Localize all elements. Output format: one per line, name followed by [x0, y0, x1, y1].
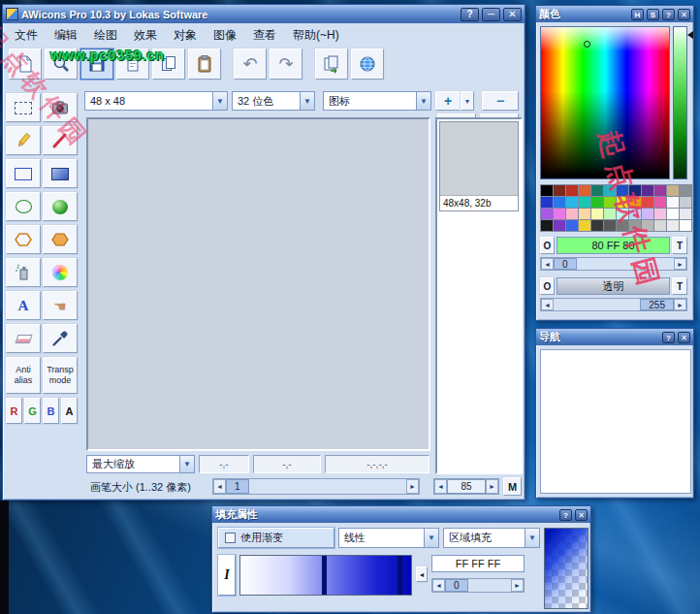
brush-size-value[interactable]: 1: [226, 479, 249, 494]
color-panel-titlebar[interactable]: 颜色 H S ? ✕: [536, 6, 693, 22]
palette-swatch[interactable]: [653, 219, 667, 232]
background-transparent-button[interactable]: T: [672, 277, 687, 295]
gradient-editor[interactable]: [239, 555, 412, 596]
use-gradient-checkbox[interactable]: [225, 533, 236, 543]
gradient-stop-marker[interactable]: [322, 556, 327, 595]
previous-stop-button[interactable]: ◄: [416, 566, 428, 582]
background-alpha-slider[interactable]: ◄ 255 ►: [540, 298, 687, 311]
remove-image-button[interactable]: −: [482, 91, 519, 111]
image-list-item-selected[interactable]: 48x48, 32b: [439, 121, 519, 211]
ellipse-filled-tool[interactable]: [43, 192, 78, 221]
invert-gradient-button[interactable]: I: [218, 555, 236, 596]
spray-tool[interactable]: [6, 258, 41, 287]
channel-alpha-toggle[interactable]: A: [61, 398, 78, 424]
tolerance-spinner[interactable]: ◄ 85 ►: [433, 478, 499, 495]
polygon-filled-tool[interactable]: [43, 225, 78, 254]
rectangle-filled-tool[interactable]: [43, 159, 78, 188]
stop-alpha-slider[interactable]: ◄ 0 ►: [431, 578, 525, 593]
left-arrow-icon[interactable]: ◄: [541, 258, 554, 270]
right-arrow-icon[interactable]: ►: [674, 299, 686, 310]
palette-swatch[interactable]: [565, 219, 579, 232]
m-button[interactable]: M: [503, 477, 522, 496]
image-list[interactable]: 48x48, 32b: [435, 117, 523, 474]
add-image-dropdown[interactable]: ▼: [461, 91, 474, 111]
palette-swatch[interactable]: [679, 219, 692, 232]
fill-dialog-help-button[interactable]: ?: [559, 509, 572, 521]
undo-button[interactable]: ↶: [234, 48, 267, 80]
minimize-button[interactable]: ─: [482, 8, 500, 21]
drawing-canvas[interactable]: [86, 117, 430, 451]
menu-help[interactable]: 帮助(~H): [285, 25, 347, 46]
paste-button[interactable]: [188, 48, 221, 80]
web-button[interactable]: [351, 48, 384, 80]
palette-swatch[interactable]: [578, 219, 591, 232]
smudge-tool[interactable]: [43, 258, 78, 287]
menu-image[interactable]: 图像: [206, 25, 244, 46]
image-type-combo[interactable]: 图标 ▼: [323, 91, 431, 111]
slider-track[interactable]: [554, 299, 640, 310]
color-panel-h-button[interactable]: H: [631, 9, 644, 20]
menu-object[interactable]: 对象: [166, 25, 205, 46]
background-alpha-value[interactable]: 255: [640, 299, 674, 310]
eyedropper-tool[interactable]: [43, 324, 78, 353]
stop-alpha-value[interactable]: 0: [445, 579, 468, 592]
fill-dialog-titlebar[interactable]: 填充属性 ? ✕: [212, 506, 590, 523]
right-arrow-icon[interactable]: ►: [486, 479, 498, 494]
add-image-button[interactable]: +: [435, 91, 461, 111]
brightness-slider[interactable]: [673, 26, 687, 179]
background-options-button[interactable]: O: [540, 277, 555, 295]
gradient-type-combo[interactable]: 线性 ▼: [338, 528, 439, 548]
palette-swatch[interactable]: [666, 219, 680, 232]
palette-swatch[interactable]: [590, 219, 604, 232]
rectangle-outline-tool[interactable]: [6, 159, 41, 188]
channel-blue-toggle[interactable]: B: [43, 398, 59, 424]
slider-track[interactable]: [468, 579, 511, 592]
polygon-outline-tool[interactable]: [6, 225, 41, 254]
menu-view[interactable]: 查看: [245, 25, 284, 46]
menu-draw[interactable]: 绘图: [86, 25, 125, 46]
foreground-alpha-value[interactable]: 0: [554, 258, 577, 270]
eraser-tool[interactable]: [6, 324, 41, 353]
nav-panel-titlebar[interactable]: 导航 ? ✕: [536, 329, 693, 345]
brush-size-track[interactable]: [249, 479, 406, 494]
tolerance-value[interactable]: 85: [447, 479, 486, 494]
export-button[interactable]: [315, 48, 348, 80]
left-arrow-icon[interactable]: ◄: [434, 479, 447, 494]
color-panel-close-button[interactable]: ✕: [678, 9, 690, 20]
color-marker[interactable]: [584, 41, 590, 48]
left-arrow-icon[interactable]: ◄: [213, 479, 226, 494]
color-depth-combo[interactable]: 32 位色 ▼: [232, 91, 315, 111]
right-arrow-icon[interactable]: ►: [674, 258, 686, 270]
transparent-mode-toggle[interactable]: Transp mode: [43, 357, 78, 394]
gradient-stop-marker[interactable]: [398, 556, 402, 595]
brush-size-slider[interactable]: ◄ 1 ►: [212, 478, 420, 495]
color-panel-s-button[interactable]: S: [647, 9, 659, 20]
channel-green-toggle[interactable]: G: [24, 398, 41, 424]
pencil-tool[interactable]: [6, 126, 41, 155]
channel-red-toggle[interactable]: R: [6, 398, 22, 424]
brightness-marker-icon[interactable]: [687, 31, 693, 39]
fill-mode-combo[interactable]: 区域填充 ▼: [443, 528, 540, 548]
right-arrow-icon[interactable]: ►: [511, 579, 524, 592]
antialias-toggle[interactable]: Anti alias: [6, 357, 41, 394]
fill-dialog-close-button[interactable]: ✕: [575, 509, 588, 521]
icon-size-combo[interactable]: 48 x 48 ▼: [84, 91, 228, 111]
palette-swatch[interactable]: [540, 219, 554, 232]
nav-panel-close-button[interactable]: ✕: [678, 332, 690, 343]
palette-swatch[interactable]: [553, 219, 566, 232]
main-titlebar[interactable]: AWicons Pro 10.3 by Lokas Software ? ─ ✕: [3, 5, 525, 23]
use-gradient-toggle[interactable]: 使用渐变: [218, 528, 334, 548]
hand-tool[interactable]: ☚: [43, 291, 78, 320]
stop-color-field[interactable]: FF FF FF: [431, 555, 525, 572]
navigation-preview[interactable]: [540, 349, 691, 494]
left-arrow-icon[interactable]: ◄: [432, 579, 445, 592]
left-arrow-icon[interactable]: ◄: [541, 299, 554, 310]
help-button[interactable]: ?: [461, 8, 479, 21]
foreground-options-button[interactable]: O: [540, 237, 555, 254]
zoom-combo[interactable]: 最大缩放 ▼: [86, 455, 195, 473]
menu-effects[interactable]: 效果: [126, 25, 165, 46]
foreground-transparent-button[interactable]: T: [672, 237, 687, 254]
right-arrow-icon[interactable]: ►: [406, 479, 419, 494]
text-tool[interactable]: A: [6, 291, 41, 320]
close-button[interactable]: ✕: [503, 8, 522, 21]
